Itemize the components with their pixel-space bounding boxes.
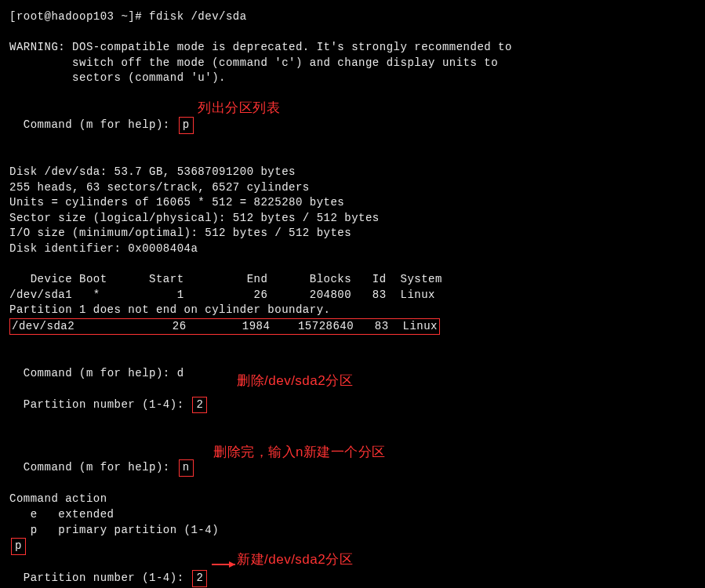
disk-info-4: Sector size (logical/physical): 512 byte… bbox=[9, 211, 696, 227]
cmd-prompt: Command (m for help): bbox=[24, 367, 177, 379]
annot-delete-sda2: 删除/dev/sda2分区 bbox=[237, 372, 353, 390]
cmd-action: Command action bbox=[9, 492, 696, 507]
blank bbox=[9, 25, 696, 41]
blank bbox=[9, 257, 696, 273]
cmd-input-p[interactable]: p bbox=[179, 117, 194, 134]
part-num-prompt: Partition number (1-4): bbox=[24, 572, 191, 584]
p-input[interactable]: p bbox=[11, 538, 26, 555]
cmd-line-n: Command (m for help): n 删除完，输入n新建一个分区 bbox=[9, 445, 696, 492]
cmd-input-d[interactable]: d bbox=[177, 367, 184, 379]
action-e: e extended bbox=[9, 507, 696, 523]
action-p: p primary partition (1-4) bbox=[9, 523, 696, 539]
part-num-line2: Partition number (1-4): 2 新建/dev/sda2分区 bbox=[9, 555, 696, 588]
warning-l3: sectors (command 'u'). bbox=[9, 71, 696, 86]
partition-row2-box: /dev/sda2 26 1984 15728640 83 Linux bbox=[9, 318, 440, 336]
partition-row1: /dev/sda1 * 1 26 204800 83 Linux bbox=[9, 288, 696, 303]
partition-note: Partition 1 does not end on cylinder bou… bbox=[9, 303, 696, 318]
cmd-prompt: Command (m for help): bbox=[24, 118, 177, 131]
part-num-prompt: Partition number (1-4): bbox=[24, 398, 191, 411]
part-num-input-2[interactable]: 2 bbox=[192, 397, 207, 414]
cmd-line-p: Command (m for help): p 列出分区列表 bbox=[9, 102, 696, 150]
warning-l1: WARNING: DOS-compatible mode is deprecat… bbox=[9, 40, 696, 56]
annot-list-partitions: 列出分区列表 bbox=[198, 99, 280, 118]
partition-header: Device Boot Start End Blocks Id System bbox=[9, 272, 696, 288]
disk-info-6: Disk identifier: 0x0008404a bbox=[9, 241, 696, 257]
disk-info-3: Units = cylinders of 16065 * 512 = 82252… bbox=[9, 195, 696, 211]
shell-prompt: [root@hadoop103 ~]# fdisk /dev/sda bbox=[9, 9, 696, 25]
blank bbox=[9, 86, 696, 102]
blank bbox=[9, 149, 696, 165]
warning-l2: switch off the mode (command 'c') and ch… bbox=[9, 56, 696, 71]
part-num-input-2b[interactable]: 2 bbox=[192, 570, 207, 587]
part-num-line: Partition number (1-4): 2 删除/dev/sda2分区 bbox=[9, 381, 696, 429]
disk-info-5: I/O size (minimum/optimal): 512 bytes / … bbox=[9, 226, 696, 241]
disk-info-1: Disk /dev/sda: 53.7 GB, 53687091200 byte… bbox=[9, 165, 696, 180]
annot-create-sda2: 新建/dev/sda2分区 bbox=[237, 550, 353, 569]
annot-new-partition: 删除完，输入n新建一个分区 bbox=[213, 443, 386, 462]
partition-row2-wrap: /dev/sda2 26 1984 15728640 83 Linux bbox=[9, 318, 696, 336]
disk-info-2: 255 heads, 63 sectors/track, 6527 cylind… bbox=[9, 180, 696, 196]
cmd-input-n[interactable]: n bbox=[179, 459, 194, 477]
blank bbox=[9, 335, 696, 350]
cmd-prompt: Command (m for help): bbox=[24, 461, 177, 474]
svg-marker-1 bbox=[229, 561, 235, 568]
